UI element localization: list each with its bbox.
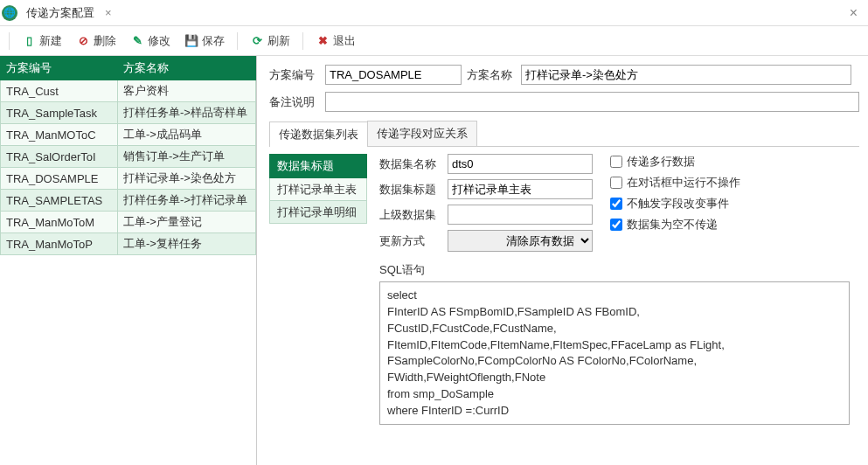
dataset-item[interactable]: 打样记录单明细 — [269, 201, 367, 224]
dsupdate-label: 更新方式 — [379, 233, 441, 249]
tab-field-mapping[interactable]: 传递字段对应关系 — [367, 121, 477, 146]
app-icon: 🌐 — [2, 5, 17, 21]
table-row[interactable]: TRA_ManMOToC工单->成品码单 — [1, 124, 256, 146]
sql-textarea[interactable]: select FInterID AS FSmpBomID,FSampleID A… — [379, 281, 850, 425]
name-input[interactable] — [521, 65, 851, 85]
toolbar: ▯ 新建 ⊘ 删除 ✎ 修改 💾 保存 ⟳ 刷新 ✖ 退出 — [0, 26, 868, 56]
page-title: 传递方案配置 — [21, 5, 100, 21]
code-label: 方案编号 — [269, 67, 320, 83]
exit-icon: ✖ — [316, 34, 330, 48]
save-button[interactable]: 💾 保存 — [179, 31, 230, 52]
sql-label: SQL语句 — [379, 262, 859, 278]
dsparent-input[interactable] — [448, 205, 593, 225]
remark-input[interactable] — [325, 92, 859, 112]
refresh-button[interactable]: ⟳ 刷新 — [245, 31, 295, 52]
chk-multi[interactable]: 传递多行数据 — [610, 154, 740, 170]
tab-close-icon[interactable]: × — [100, 6, 117, 19]
remark-label: 备注说明 — [269, 94, 320, 110]
new-button[interactable]: ▯ 新建 — [17, 31, 67, 52]
tab-dataset-list[interactable]: 传递数据集列表 — [269, 121, 368, 147]
edit-button[interactable]: ✎ 修改 — [125, 31, 176, 52]
chk-nochange[interactable]: 不触发字段改变事件 — [610, 196, 740, 212]
save-icon: 💾 — [184, 34, 198, 48]
col-name[interactable]: 方案名称 — [118, 57, 256, 80]
delete-button[interactable]: ⊘ 删除 — [71, 31, 122, 52]
name-label: 方案名称 — [467, 67, 516, 83]
table-row[interactable]: TRA_SalOrderToI销售订单->生产订单 — [1, 146, 256, 168]
scheme-table: 方案编号 方案名称 TRA_Cust客户资料TRA_SampleTask打样任务… — [0, 56, 256, 255]
col-code[interactable]: 方案编号 — [1, 57, 118, 80]
dstitle-input[interactable] — [448, 179, 593, 199]
code-input[interactable] — [325, 65, 462, 85]
dataset-list: 数据集标题 打样记录单主表 打样记录单明细 — [269, 154, 367, 425]
table-row[interactable]: TRA_SAMPLETAS打样任务单->打样记录单 — [1, 190, 256, 212]
dsparent-label: 上级数据集 — [379, 207, 441, 223]
dsname-label: 数据集名称 — [379, 156, 441, 172]
dsname-input[interactable] — [448, 154, 593, 174]
new-icon: ▯ — [22, 34, 36, 48]
table-row[interactable]: TRA_SampleTask打样任务单->样品寄样单 — [1, 102, 256, 124]
table-row[interactable]: TRA_ManMoToP工单->复样任务 — [1, 233, 256, 255]
window-close-icon[interactable]: × — [841, 5, 866, 21]
refresh-icon: ⟳ — [250, 34, 264, 48]
dataset-list-header: 数据集标题 — [269, 154, 367, 178]
exit-button[interactable]: ✖ 退出 — [310, 31, 361, 52]
chk-empty[interactable]: 数据集为空不传递 — [610, 217, 740, 232]
dstitle-label: 数据集标题 — [379, 182, 441, 198]
table-row[interactable]: TRA_Cust客户资料 — [1, 80, 256, 102]
dataset-item[interactable]: 打样记录单主表 — [269, 178, 367, 201]
chk-dialog[interactable]: 在对话框中运行不操作 — [610, 175, 740, 191]
dsupdate-select[interactable]: 清除原有数据 — [448, 230, 593, 252]
table-row[interactable]: TRA_ManMoToM工单->产量登记 — [1, 212, 256, 233]
delete-icon: ⊘ — [76, 34, 90, 48]
edit-icon: ✎ — [130, 34, 144, 48]
table-row[interactable]: TRA_DOSAMPLE打样记录单->染色处方 — [1, 168, 256, 190]
